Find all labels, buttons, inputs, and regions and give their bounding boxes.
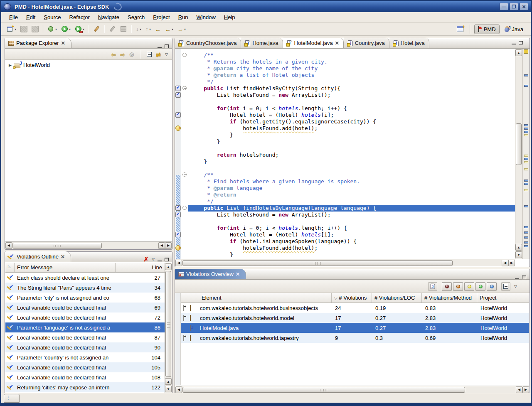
last-edit-location-button[interactable]: ← xyxy=(153,25,163,34)
scroll-up-icon[interactable]: ▲ xyxy=(165,378,172,385)
focus-icon[interactable]: ◎ xyxy=(129,51,134,58)
code-line[interactable]: */ xyxy=(188,198,515,205)
scroll-down-icon[interactable]: ▼ xyxy=(165,386,172,392)
scroll-up-icon[interactable]: ▲ xyxy=(165,263,172,270)
code-line[interactable]: if (hotel.getCity().equalsIgnoreCase(cit… xyxy=(188,118,515,125)
menu-run[interactable]: Run xyxy=(175,13,192,22)
menu-search[interactable]: Search xyxy=(124,13,148,22)
remove-violation-icon[interactable]: ✗ xyxy=(144,257,149,262)
code-line[interactable]: * Returns the hotels in a given city. xyxy=(188,59,515,65)
editor-hscrollbar[interactable]: ◀ ◀ ▶ xyxy=(175,259,515,266)
maximize-editor-icon[interactable] xyxy=(519,41,523,44)
code-line[interactable]: } xyxy=(188,132,515,138)
scroll-left-icon[interactable]: ◀ xyxy=(158,242,165,249)
minimize-view-icon[interactable] xyxy=(158,258,162,261)
overview-row[interactable]: com.wakaleo.tutorials.hotelworld.busines… xyxy=(181,303,529,313)
violation-row[interactable]: ✔Local variable could be declared final1… xyxy=(5,372,165,382)
violation-row[interactable]: ✔The String literal "Paris" appears 4 ti… xyxy=(5,283,165,293)
selected-code-line[interactable]: public List findHotelsByLanguage(Languag… xyxy=(188,205,515,212)
maximize-view-icon[interactable] xyxy=(165,44,169,48)
pencil-disabled-button[interactable] xyxy=(107,25,118,34)
close-button[interactable]: ✕ xyxy=(520,3,528,10)
scroll-up-icon[interactable]: ▲ xyxy=(515,49,522,56)
new-wizard-button[interactable]: +▾ xyxy=(5,25,18,34)
next-annotation-button[interactable]: ↓▾ xyxy=(134,25,143,34)
menu-edit[interactable]: Edit xyxy=(22,13,39,22)
overview-row[interactable]: com.wakaleo.tutorials.hotelworld.tapestr… xyxy=(181,333,529,343)
expand-icon[interactable] xyxy=(183,305,184,311)
warning-ruler-mark[interactable] xyxy=(524,155,528,157)
previous-annotation-button[interactable]: ↑▾ xyxy=(144,25,153,34)
violation-marker-icon[interactable] xyxy=(175,86,181,91)
menu-refactor[interactable]: Refactor xyxy=(66,13,94,22)
close-icon[interactable]: ✕ xyxy=(61,40,65,46)
scroll-left-icon[interactable]: ◀ xyxy=(175,260,182,266)
code-line[interactable]: * @return a list of Hotel objects xyxy=(188,72,515,79)
code-line[interactable]: * @return xyxy=(188,192,515,198)
scroll-left-icon[interactable]: ◀ xyxy=(5,242,12,249)
run-external-tools-button[interactable]: ▾ xyxy=(73,25,86,34)
violation-ruler-mark[interactable] xyxy=(524,231,528,234)
violation-ruler-mark[interactable] xyxy=(524,183,528,185)
code-line[interactable]: * Find hotels where a given language is … xyxy=(188,178,515,185)
tab-package-explorer[interactable]: Package Explorer ✕ xyxy=(5,38,71,48)
warning-ruler-mark[interactable] xyxy=(524,189,528,191)
code-line[interactable]: public List findHotelsByCity(String city… xyxy=(188,85,515,92)
overview-row[interactable]: com.wakaleo.tutorials.hotelworld.model17… xyxy=(181,313,529,323)
element-column-header[interactable]: Element xyxy=(199,293,332,303)
back-history-icon[interactable]: ⇦ xyxy=(111,51,116,58)
menu-navigate[interactable]: Navigate xyxy=(94,13,123,22)
code-line[interactable] xyxy=(188,218,515,225)
scroll-left-icon[interactable]: ◀ xyxy=(516,386,522,393)
violations-outline-vscrollbar[interactable]: ▲ ▲ ▼ xyxy=(165,263,172,393)
collapse-icon[interactable] xyxy=(183,315,184,321)
tab-violations-overview[interactable]: Violations Overview ✕ xyxy=(175,269,246,279)
show-files-button[interactable]: J xyxy=(428,282,437,291)
forward-history-icon[interactable]: ⇨ xyxy=(120,51,125,58)
view-menu-icon[interactable]: ▽ xyxy=(152,257,155,261)
collapse-all-button[interactable] xyxy=(501,282,510,291)
violation-ruler-mark[interactable] xyxy=(524,236,528,239)
fast-view-grip[interactable] xyxy=(4,394,20,403)
violation-ruler-mark[interactable] xyxy=(524,74,528,76)
scroll-right-icon[interactable]: ▶ xyxy=(522,386,529,393)
code-line[interactable]: List hotelsFound = new ArrayList(); xyxy=(188,92,515,98)
code-line[interactable]: Hotel hotel = (Hotel) hotels[i]; xyxy=(188,112,515,118)
editor-tab-hotel-java[interactable]: JHotel.java xyxy=(389,38,429,48)
project-column-header[interactable]: Project xyxy=(477,293,529,303)
print-button[interactable] xyxy=(30,25,40,34)
close-tab-icon[interactable]: ✕ xyxy=(335,40,339,46)
package-explorer-hscrollbar[interactable]: ◀ ◀ ▶ xyxy=(5,241,172,249)
menu-window[interactable]: Window xyxy=(193,13,219,22)
scroll-left-icon[interactable]: ◀ xyxy=(502,260,508,266)
close-icon[interactable]: ✕ xyxy=(236,271,240,277)
run-button[interactable]: ▾ xyxy=(59,25,72,34)
violation-ruler-mark[interactable] xyxy=(524,128,528,130)
violation-ruler-mark[interactable] xyxy=(524,245,528,247)
debug-button[interactable]: ▾ xyxy=(46,25,59,34)
code-line[interactable]: * @param city the name of the city xyxy=(188,65,515,72)
code-line[interactable]: hotelsFound.add(hotel); xyxy=(188,125,515,132)
editor-vscrollbar[interactable]: ▲ ▲ ▼ xyxy=(515,49,522,259)
forward-button[interactable]: →▾ xyxy=(176,25,187,34)
overview-ruler-header-icon[interactable] xyxy=(524,49,528,54)
violations-overview-hscrollbar[interactable]: ◀ ◀ ▶ xyxy=(175,386,529,393)
editor-tab-countrychooser-java[interactable]: JCountryChooser.java xyxy=(175,38,241,48)
priority-3-warning-high-button[interactable] xyxy=(464,282,474,291)
editor-tab-country-java[interactable]: JCountry.java xyxy=(344,38,389,48)
marker-pen-button[interactable] xyxy=(91,25,102,34)
minimize-view-icon[interactable] xyxy=(515,276,519,279)
collapse-fold-icon[interactable] xyxy=(182,86,187,90)
minimize-button[interactable]: — xyxy=(500,3,508,10)
editor-tab-home-java[interactable]: JHome.java xyxy=(241,38,283,48)
violation-ruler-mark[interactable] xyxy=(524,158,528,160)
priority-2-error-button[interactable] xyxy=(453,282,463,291)
code-line[interactable]: } xyxy=(188,251,515,258)
violation-row[interactable]: ✔Local variable could be declared final9… xyxy=(5,342,165,352)
view-menu-icon[interactable]: ▽ xyxy=(165,52,168,57)
violations-column-header[interactable]: ▽ # Violations xyxy=(332,293,372,303)
collapse-fold-icon[interactable] xyxy=(182,53,187,57)
violation-ruler-mark[interactable] xyxy=(524,124,528,126)
scroll-up-icon[interactable]: ▲ xyxy=(515,244,522,251)
menu-help[interactable]: Help xyxy=(220,13,239,22)
